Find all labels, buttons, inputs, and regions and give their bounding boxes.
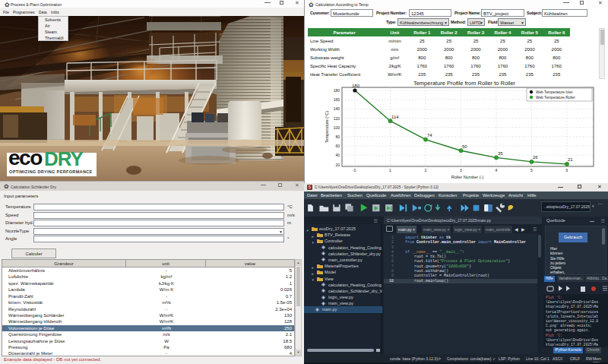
svg-text:114: 114: [391, 115, 399, 119]
svg-text:120: 120: [334, 116, 340, 121]
svg-text:Temperature (°C): Temperature (°C): [325, 111, 329, 143]
svg-text:180: 180: [334, 88, 340, 93]
svg-text:3: 3: [460, 168, 462, 173]
svg-text:140: 140: [334, 106, 340, 111]
svg-text:6: 6: [566, 168, 568, 173]
svg-text:40: 40: [335, 153, 340, 157]
svg-text:80: 80: [335, 135, 340, 139]
svg-text:60: 60: [335, 144, 340, 148]
svg-text:Web Temperature Inlet: Web Temperature Inlet: [536, 90, 573, 94]
svg-text:50: 50: [462, 144, 467, 149]
svg-text:0: 0: [354, 168, 356, 173]
svg-text:26: 26: [533, 155, 538, 160]
svg-text:100: 100: [334, 125, 340, 130]
svg-text:Web Temperature Roller: Web Temperature Roller: [536, 96, 575, 100]
svg-text:4: 4: [496, 168, 498, 173]
svg-text:160: 160: [334, 97, 340, 102]
svg-text:Temperature Profile from Rolle: Temperature Profile from Roller to Rolle…: [413, 80, 516, 87]
svg-text:2: 2: [425, 168, 427, 173]
svg-text:1: 1: [389, 168, 391, 173]
svg-text:180: 180: [352, 84, 360, 88]
svg-text:74: 74: [427, 133, 432, 138]
svg-text:20: 20: [335, 163, 340, 167]
svg-text:Roller Number (-): Roller Number (-): [451, 175, 484, 179]
svg-text:35: 35: [498, 151, 503, 156]
svg-text:5: 5: [530, 168, 533, 173]
svg-text:21: 21: [568, 157, 573, 162]
